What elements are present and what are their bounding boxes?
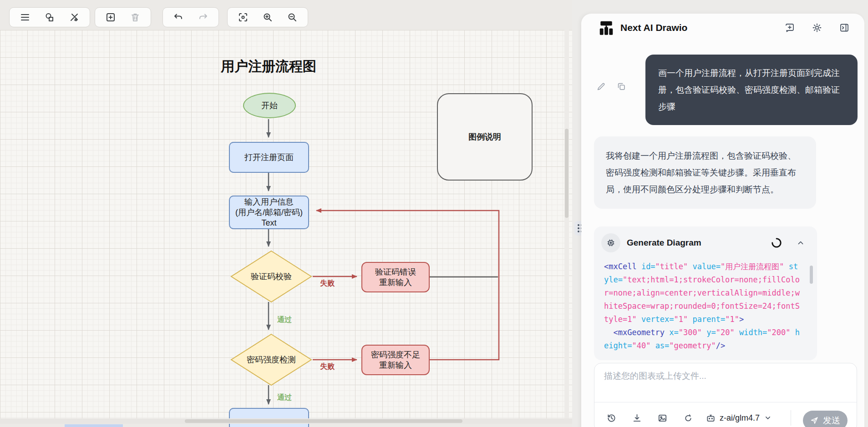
settings-button[interactable]	[808, 19, 826, 37]
fit-view-button[interactable]	[232, 10, 254, 25]
chip-icon	[606, 238, 616, 248]
node-captcha-check-label: 验证码校验	[251, 271, 292, 282]
panel-header: Next AI Drawio	[581, 14, 864, 42]
canvas-vscrollbar-track	[564, 30, 569, 418]
app-window: 用户注册流程图 开始 打开注册页面 输入用户信息 (用户名/邮箱/密码) Tex…	[0, 0, 868, 427]
composer-separator	[791, 410, 791, 426]
send-button-label: 发送	[823, 415, 840, 427]
undo-button[interactable]	[168, 10, 189, 25]
app-logo-icon	[598, 19, 615, 36]
zoom-out-button[interactable]	[281, 10, 303, 25]
message-actions	[594, 80, 628, 93]
node-captcha-check[interactable]: 验证码校验	[231, 270, 311, 283]
chevron-up-icon	[796, 238, 806, 248]
pencil-icon	[596, 81, 606, 91]
diagram-canvas[interactable]: 用户注册流程图 开始 打开注册页面 输入用户信息 (用户名/邮箱/密码) Tex…	[0, 0, 572, 427]
trash-icon	[130, 12, 141, 23]
edge-label-pass-1: 通过	[277, 315, 292, 325]
model-selector[interactable]: z-ai/glm4.7	[706, 413, 772, 423]
user-message: 画一个用户注册流程，从打开注册页面到完成注册，包含验证码校验、密码强度检测、邮箱…	[645, 55, 858, 125]
diagram-title[interactable]: 用户注册流程图	[182, 57, 355, 76]
toolbar-group-history	[162, 7, 219, 27]
fit-view-icon	[238, 12, 249, 23]
menu-icon	[20, 12, 30, 23]
panel-title: Next AI Drawio	[620, 22, 687, 33]
copy-icon	[616, 81, 626, 91]
upload-image-button[interactable]	[655, 410, 670, 426]
node-password-check-label: 密码强度检测	[247, 355, 296, 365]
node-password-error-label: 密码强度不足 重新输入	[371, 350, 420, 371]
zoom-in-icon	[262, 12, 273, 23]
tool-card-label: Generate Diagram	[627, 238, 701, 248]
curved-line-icon	[683, 413, 693, 423]
node-captcha-error-label: 验证码错误 重新输入	[375, 267, 416, 288]
collapse-card-button[interactable]	[794, 236, 807, 249]
message-plus-icon	[784, 22, 795, 33]
edge-label-fail-2: 失败	[320, 362, 335, 372]
add-node-button[interactable]	[100, 10, 122, 25]
history-icon	[606, 413, 617, 423]
collapse-panel-button[interactable]	[835, 19, 853, 37]
delete-button[interactable]	[124, 10, 146, 25]
download-button[interactable]	[629, 410, 645, 426]
node-password-error[interactable]: 密码强度不足 重新输入	[361, 345, 430, 375]
download-icon	[632, 413, 642, 423]
edit-tools-button[interactable]	[63, 10, 85, 25]
node-open-page[interactable]: 打开注册页面	[229, 142, 309, 173]
node-input-info-label: 输入用户信息 (用户名/邮箱/密码) Text	[235, 197, 303, 228]
chip-icon-badge	[601, 233, 620, 252]
gear-icon	[812, 22, 822, 33]
node-legend-label: 图例说明	[468, 132, 501, 142]
undo-icon	[173, 12, 184, 23]
chevron-down-icon	[763, 413, 772, 422]
node-start[interactable]: 开始	[243, 93, 296, 118]
zoom-out-icon	[287, 12, 298, 23]
loading-spinner-icon	[771, 237, 782, 249]
toolbar-group-main	[9, 7, 90, 27]
shapes-icon	[44, 12, 55, 23]
node-next-partial[interactable]	[229, 408, 309, 427]
add-node-icon	[105, 12, 116, 23]
new-chat-button[interactable]	[781, 19, 799, 37]
panel-right-icon	[839, 22, 850, 33]
node-password-check[interactable]: 密码强度检测	[231, 353, 311, 366]
send-icon	[810, 416, 819, 425]
node-input-info[interactable]: 输入用户信息 (用户名/邮箱/密码) Text	[229, 196, 309, 229]
history-button[interactable]	[604, 410, 619, 426]
generated-xml-code[interactable]: <mxCell id="title" value="用户注册流程图" style…	[604, 260, 804, 357]
image-icon	[657, 413, 668, 423]
node-start-label: 开始	[261, 100, 278, 111]
canvas-vscrollbar-thumb[interactable]	[565, 129, 569, 218]
send-button[interactable]: 发送	[803, 411, 848, 427]
edge-label-fail-1: 失败	[320, 279, 335, 288]
node-open-page-label: 打开注册页面	[244, 152, 294, 163]
model-name: z-ai/glm4.7	[720, 413, 760, 423]
code-scrollbar-thumb[interactable]	[810, 266, 813, 284]
canvas-hscrollbar-thumb[interactable]	[185, 419, 462, 423]
generate-diagram-header[interactable]: Generate Diagram	[601, 233, 810, 253]
assistant-message: 我将创建一个用户注册流程图，包含验证码校验、密码强度检测和邮箱验证等关键步骤。采…	[594, 136, 816, 209]
composer-toolbar: z-ai/glm4.7	[604, 410, 772, 426]
edge-label-pass-2: 通过	[277, 393, 292, 402]
robot-icon	[706, 413, 716, 423]
node-captcha-error[interactable]: 验证码错误 重新输入	[361, 262, 430, 292]
composer-divider	[594, 402, 857, 402]
edit-message-button[interactable]	[594, 80, 608, 93]
copy-message-button[interactable]	[614, 80, 628, 93]
toolbar-group-nodes	[95, 7, 151, 27]
chat-input[interactable]	[603, 369, 840, 397]
zoom-in-button[interactable]	[257, 10, 279, 25]
toolbar-group-zoom	[227, 7, 308, 27]
redo-button[interactable]	[192, 10, 214, 25]
redo-icon	[198, 12, 208, 23]
shapes-button[interactable]	[39, 10, 61, 25]
edit-tools-icon	[69, 12, 80, 23]
menu-button[interactable]	[14, 10, 36, 25]
sketch-style-button[interactable]	[680, 410, 695, 426]
bottom-selection-sliver	[65, 424, 123, 427]
node-legend[interactable]: 图例说明	[437, 93, 533, 181]
